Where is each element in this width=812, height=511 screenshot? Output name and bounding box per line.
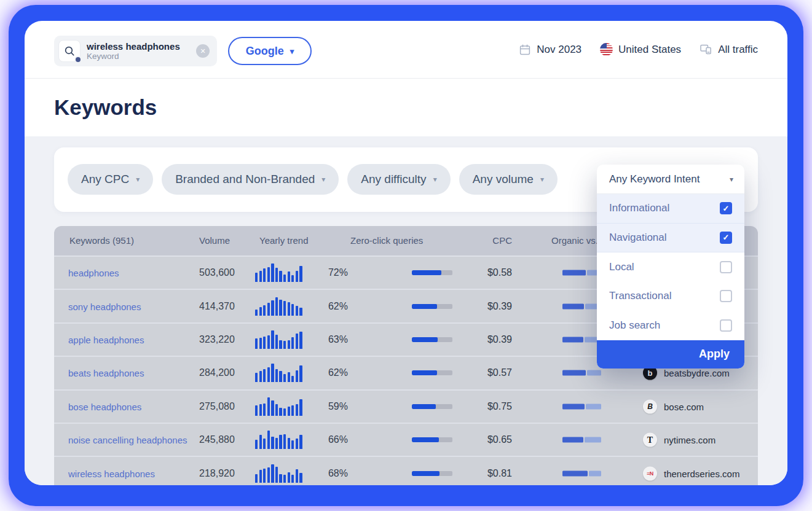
keyword-link[interactable]: beats headphones	[68, 368, 144, 378]
yearly-trend-chart	[255, 464, 304, 483]
intent-option-transactional[interactable]: Transactional	[597, 282, 744, 311]
cpc-value: $0.39	[463, 301, 512, 312]
zero-click-percent: 66%	[318, 434, 348, 445]
topbar: wireless headphones Keyword ✕ Google ▾	[25, 21, 787, 78]
search-text: wireless headphones Keyword	[87, 41, 180, 61]
column-cpc[interactable]: CPC	[463, 226, 512, 256]
organic-vs-paid-bar	[562, 370, 601, 376]
volume-value: 323,220	[199, 334, 235, 345]
location-selector[interactable]: United States	[600, 43, 681, 56]
organic-vs-paid-bar	[562, 303, 601, 309]
zero-click-bar	[412, 471, 452, 476]
keyword-link[interactable]: noise cancelling headphones	[68, 435, 187, 445]
table-row[interactable]: wireless headphones 218,920 68% $0.81 ≡N…	[54, 456, 758, 485]
close-icon: ✕	[200, 47, 205, 55]
intent-option-label: Local	[609, 261, 720, 273]
zero-click-bar	[412, 270, 452, 275]
intent-option-local[interactable]: Local	[597, 252, 744, 282]
yearly-trend-chart	[255, 297, 304, 316]
zero-click-bar	[412, 404, 452, 409]
column-volume[interactable]: Volume	[199, 226, 230, 256]
yearly-trend-chart	[255, 397, 304, 416]
keyword-link[interactable]: headphones	[68, 268, 119, 278]
organic-vs-paid-bar	[562, 337, 601, 342]
chevron-down-icon: ▾	[730, 175, 733, 184]
traffic-label: All traffic	[718, 44, 758, 56]
chevron-down-icon: ▾	[433, 175, 437, 184]
search-type-label: Keyword	[87, 52, 180, 61]
domain-link[interactable]: beatsbydre.com	[664, 368, 730, 378]
domain-favicon: ≡N	[643, 466, 657, 480]
intent-option-navigational[interactable]: Navigational✓	[597, 224, 744, 253]
cpc-value: $0.75	[463, 401, 512, 412]
chevron-down-icon: ▾	[321, 175, 325, 184]
keyword-search-box[interactable]: wireless headphones Keyword ✕	[54, 36, 217, 66]
organic-vs-paid-bar	[562, 470, 601, 476]
search-engine-dropdown[interactable]: Google ▾	[228, 37, 312, 65]
filter-any-volume[interactable]: Any volume ▾	[459, 164, 558, 195]
cpc-value: $0.57	[463, 367, 512, 378]
intent-dropdown-toggle[interactable]: Any Keyword Intent ▾	[597, 165, 744, 194]
column-trend: Yearly trend	[259, 226, 309, 256]
column-keywords[interactable]: Keywords (951)	[69, 226, 134, 256]
search-icon	[58, 40, 81, 62]
filter-label: Any CPC	[81, 173, 129, 186]
keyword-link[interactable]: wireless headphones	[68, 468, 155, 478]
column-organic[interactable]: Organic vs.	[551, 226, 598, 256]
domain-link[interactable]: thenerdseries.com	[664, 468, 739, 478]
domain-favicon: B	[643, 399, 657, 413]
filter-any-cpc[interactable]: Any CPC ▾	[68, 164, 153, 195]
topbar-divider	[25, 78, 787, 79]
domain-link[interactable]: bose.com	[664, 401, 704, 412]
cpc-value: $0.58	[463, 267, 512, 278]
cpc-value: $0.39	[463, 334, 512, 345]
location-label: United States	[618, 44, 681, 56]
page-title: Keywords	[54, 95, 157, 120]
checkbox-checked-icon[interactable]: ✓	[720, 232, 732, 244]
zero-click-percent: 63%	[318, 334, 348, 345]
zero-click-bar	[412, 304, 452, 309]
traffic-selector[interactable]: All traffic	[700, 43, 758, 56]
keyword-link[interactable]: bose headphones	[68, 401, 141, 412]
column-zero-click[interactable]: Zero-click queries	[350, 226, 423, 256]
yearly-trend-chart	[255, 330, 304, 349]
volume-value: 245,880	[199, 434, 235, 445]
cpc-value: $0.65	[463, 434, 512, 445]
chevron-down-icon: ▾	[540, 175, 544, 184]
app-window: wireless headphones Keyword ✕ Google ▾	[25, 21, 787, 485]
date-label: Nov 2023	[537, 44, 581, 56]
checkbox-unchecked-icon[interactable]	[720, 290, 732, 302]
volume-value: 503,600	[199, 267, 235, 278]
keyword-intent-dropdown: Any Keyword Intent ▾ Informational✓Navig…	[597, 165, 744, 369]
chevron-down-icon: ▾	[290, 47, 294, 56]
devices-icon	[700, 43, 712, 56]
zero-click-bar	[412, 337, 452, 342]
zero-click-percent: 59%	[318, 401, 348, 412]
yearly-trend-chart	[255, 263, 304, 282]
us-flag-icon	[600, 43, 613, 56]
keyword-link[interactable]: sony headphones	[68, 301, 141, 311]
status-dot	[74, 56, 82, 63]
intent-option-label: Transactional	[609, 290, 720, 302]
date-selector[interactable]: Nov 2023	[519, 44, 581, 56]
apply-button[interactable]: Apply	[597, 340, 744, 369]
calendar-icon	[519, 44, 531, 56]
checkbox-unchecked-icon[interactable]	[720, 319, 732, 332]
filter-branded[interactable]: Branded and Non-Branded ▾	[162, 164, 339, 195]
chevron-down-icon: ▾	[136, 175, 140, 184]
domain-link[interactable]: nytimes.com	[664, 435, 715, 445]
domain-favicon: T	[643, 433, 657, 447]
organic-vs-paid-bar	[562, 270, 601, 276]
intent-option-informational[interactable]: Informational✓	[597, 194, 744, 224]
topbar-meta: Nov 2023 United States All traffic	[519, 21, 758, 78]
keyword-link[interactable]: apple headphones	[68, 334, 144, 345]
table-row[interactable]: bose headphones 275,080 59% $0.75 B bose…	[54, 389, 758, 423]
search-query[interactable]: wireless headphones	[87, 41, 180, 52]
clear-search-button[interactable]: ✕	[196, 44, 210, 58]
table-row[interactable]: noise cancelling headphones 245,880 66% …	[54, 423, 758, 456]
intent-option-job-search[interactable]: Job search	[597, 311, 744, 340]
volume-value: 275,080	[199, 401, 235, 412]
checkbox-checked-icon[interactable]: ✓	[720, 202, 732, 214]
checkbox-unchecked-icon[interactable]	[720, 261, 732, 273]
filter-any-difficulty[interactable]: Any difficulty ▾	[347, 164, 450, 195]
